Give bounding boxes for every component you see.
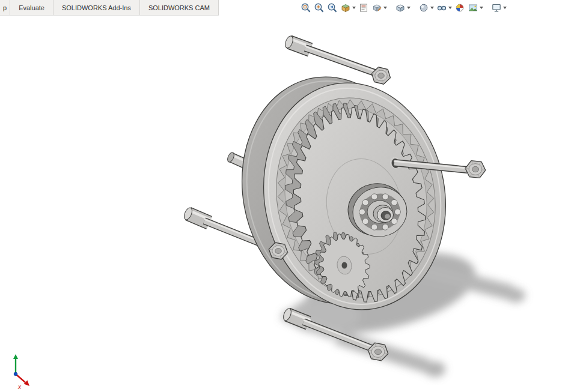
command-tabs: p Evaluate SOLIDWORKS Add-Ins SOLIDWORKS… — [0, 0, 219, 16]
zoom-to-area-button[interactable] — [313, 2, 326, 14]
edit-appearance-icon — [454, 2, 465, 13]
orientation-triad[interactable]: x — [4, 352, 35, 390]
tab-label: SOLIDWORKS CAM — [148, 4, 210, 11]
tab-solidworks-cam[interactable]: SOLIDWORKS CAM — [140, 0, 219, 15]
section-view-icon — [340, 2, 351, 13]
section-view-button[interactable] — [339, 2, 357, 14]
apply-scene-icon — [468, 2, 478, 13]
dropdown-arrow-icon[interactable] — [430, 7, 434, 9]
tab-markup-partial[interactable]: p — [0, 0, 10, 15]
tab-label: p — [3, 4, 7, 11]
edit-appearance-button[interactable] — [453, 2, 466, 14]
view-settings-button[interactable] — [490, 2, 508, 14]
display-style-icon — [418, 2, 429, 13]
zoom-to-fit-button[interactable] — [299, 2, 313, 14]
x-axis-label: x — [17, 384, 22, 390]
bolt-top[interactable] — [284, 35, 377, 73]
hide-show-items-button[interactable] — [435, 2, 453, 14]
previous-view-icon — [327, 2, 338, 13]
dynamic-annotation-views-button[interactable] — [357, 2, 370, 14]
tab-label: Evaluate — [19, 4, 44, 11]
z-axis-dot[interactable] — [14, 372, 17, 376]
3d-drawing-view-icon — [371, 2, 382, 13]
tab-solidworks-add-ins[interactable]: SOLIDWORKS Add-Ins — [53, 0, 140, 15]
view-settings-icon — [491, 2, 502, 13]
dropdown-arrow-icon[interactable] — [383, 7, 387, 9]
viewport-3d-model[interactable] — [0, 16, 577, 392]
apply-scene-button[interactable] — [466, 2, 484, 14]
previous-view-button[interactable] — [326, 2, 339, 14]
dropdown-arrow-icon[interactable] — [503, 7, 507, 9]
3d-drawing-view-button[interactable] — [370, 2, 388, 14]
hide-show-items-icon — [436, 2, 447, 13]
tab-label: SOLIDWORKS Add-Ins — [62, 4, 131, 11]
dropdown-arrow-icon[interactable] — [352, 7, 356, 9]
command-manager-bar: p Evaluate SOLIDWORKS Add-Ins SOLIDWORKS… — [0, 0, 577, 16]
graphics-area[interactable]: x — [0, 16, 577, 392]
display-style-button[interactable] — [417, 2, 435, 14]
dynamic-annotation-views-icon — [358, 2, 369, 13]
tab-evaluate[interactable]: Evaluate — [10, 0, 53, 15]
heads-up-view-toolbar — [299, 2, 508, 14]
y-axis-arrowhead — [13, 354, 18, 359]
zoom-to-fit-icon — [301, 2, 311, 13]
dropdown-arrow-icon[interactable] — [407, 7, 411, 9]
view-orientation-button[interactable] — [394, 2, 412, 14]
view-orientation-icon — [395, 2, 406, 13]
zoom-to-area-icon — [314, 2, 325, 13]
dropdown-arrow-icon[interactable] — [480, 7, 483, 9]
dropdown-arrow-icon[interactable] — [448, 7, 452, 9]
